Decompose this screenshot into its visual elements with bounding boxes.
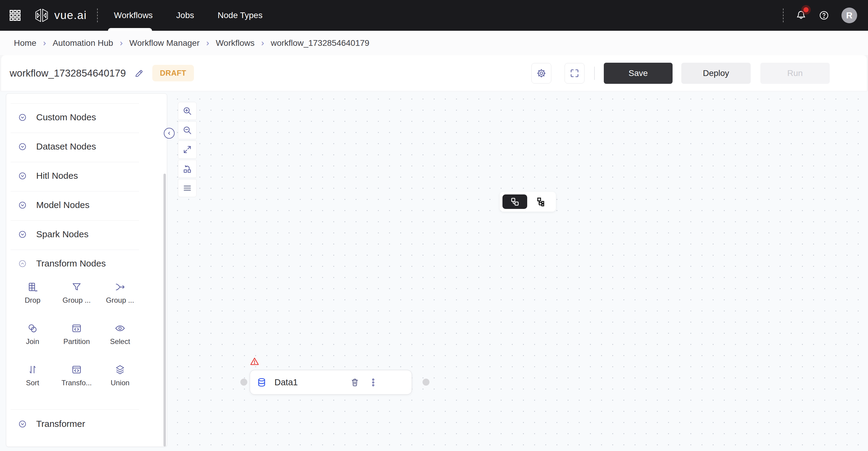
node-label: Data1 (275, 378, 298, 387)
auto-layout-icon (183, 164, 192, 174)
help-icon (818, 10, 829, 21)
sidebar-item-spark-nodes[interactable]: Spark Nodes (19, 226, 88, 242)
code-window-icon (71, 323, 82, 334)
table-minus-icon (27, 282, 38, 292)
top-nav: vue.ai Workflows Jobs Node Types R (0, 0, 868, 31)
fit-view-button[interactable] (178, 140, 197, 159)
palette-node-union[interactable]: Union (99, 364, 141, 398)
deploy-button[interactable]: Deploy (681, 63, 751, 84)
vue-ai-logo-icon (34, 7, 50, 23)
workflow-settings-button[interactable] (531, 63, 551, 84)
tab-jobs[interactable]: Jobs (176, 10, 194, 20)
notification-dot (803, 7, 809, 12)
sidebar-item-custom-nodes[interactable]: Custom Nodes (19, 109, 96, 125)
divider (10, 162, 139, 162)
sidebar-item-model-nodes[interactable]: Model Nodes (19, 197, 90, 213)
palette-node-filter[interactable]: Group ... (56, 282, 98, 315)
divider (10, 103, 139, 104)
palette-node-group[interactable]: Group ... (99, 282, 141, 315)
chevron-down-circle-icon (19, 201, 27, 209)
kebab-menu-icon (369, 378, 378, 387)
eye-icon (115, 323, 125, 334)
sort-arrows-icon (27, 364, 38, 375)
chevron-down-circle-icon (19, 172, 27, 180)
auto-layout-button[interactable] (178, 160, 197, 178)
palette-node-partition[interactable]: Partition (56, 323, 98, 357)
breadcrumb-automation-hub[interactable]: Automation Hub (53, 38, 113, 48)
actions-divider (594, 67, 595, 80)
sidebar-scrollbar[interactable] (163, 174, 166, 447)
node-input-port[interactable] (240, 379, 247, 386)
nav-right-cluster: R (783, 7, 857, 23)
workflow-title-bar: workflow_1732854640179 DRAFT Save Deploy… (1, 55, 867, 91)
tree-view-button[interactable] (528, 194, 553, 209)
notifications-button[interactable] (796, 10, 806, 21)
sidebar-item-transformer[interactable]: Transformer (19, 416, 85, 432)
help-button[interactable] (818, 10, 829, 21)
breadcrumb-workflows[interactable]: Workflows (216, 38, 254, 48)
merge-arrow-icon (115, 282, 125, 292)
palette-node-join[interactable]: Join (11, 323, 54, 357)
divider (10, 250, 139, 250)
chevron-down-circle-icon (19, 114, 27, 122)
zoom-out-button[interactable] (178, 121, 197, 139)
breadcrumb-current: workflow_1732854640179 (271, 38, 369, 48)
breadcrumb-workflow-manager[interactable]: Workflow Manager (129, 38, 200, 48)
tab-workflows[interactable]: Workflows (114, 10, 153, 20)
group-label: Group ... (62, 296, 91, 304)
breadcrumb-home[interactable]: Home (14, 38, 36, 48)
gear-icon (536, 68, 547, 78)
code-window-icon (71, 364, 82, 375)
save-button[interactable]: Save (604, 63, 673, 84)
chevron-left-icon (166, 130, 173, 136)
sidebar-item-transform-nodes[interactable]: Transform Nodes (19, 256, 106, 271)
divider (10, 409, 139, 410)
divider (10, 220, 139, 221)
sidebar-item-dataset-nodes[interactable]: Dataset Nodes (19, 139, 96, 154)
brand-logo[interactable]: vue.ai (34, 7, 87, 23)
run-button[interactable]: Run (760, 63, 830, 84)
sidebar-item-hitl-nodes[interactable]: Hitl Nodes (19, 168, 78, 184)
node-data1[interactable]: Data1 (250, 370, 412, 395)
status-badge: DRAFT (152, 65, 194, 82)
node-more-options-button[interactable] (369, 378, 378, 387)
node-warning-icon (250, 357, 259, 366)
node-palette-sidebar: Custom Nodes Dataset Nodes Hitl Nodes Mo… (6, 93, 167, 447)
chevron-up-circle-icon (19, 260, 27, 268)
chevron-down-circle-icon (19, 230, 27, 238)
zoom-in-icon (183, 106, 192, 116)
avatar[interactable]: R (841, 7, 857, 23)
tab-node-types[interactable]: Node Types (218, 10, 263, 20)
canvas-menu-button[interactable] (178, 179, 197, 197)
palette-node-sort[interactable]: Sort (11, 364, 54, 398)
sidebar-collapse-button[interactable] (164, 128, 175, 139)
zoom-out-icon (183, 125, 192, 135)
pencil-icon (134, 68, 144, 78)
flow-view-button[interactable] (502, 194, 527, 209)
menu-icon (183, 183, 192, 193)
chevron-down-circle-icon (19, 142, 27, 151)
nav-divider (97, 8, 98, 22)
active-tab-indicator (108, 28, 152, 31)
trash-icon (350, 378, 360, 387)
fullscreen-button[interactable] (565, 63, 585, 84)
fullscreen-icon (569, 68, 580, 78)
edit-title-button[interactable] (134, 68, 144, 78)
breadcrumb-separator: › (120, 38, 123, 48)
node-output-port[interactable] (423, 379, 430, 386)
breadcrumb-separator: › (43, 38, 46, 48)
delete-node-button[interactable] (350, 378, 360, 387)
palette-node-transform[interactable]: Transfo... (56, 364, 98, 398)
palette-node-drop[interactable]: Drop (11, 282, 54, 315)
divider (10, 133, 139, 133)
chevron-down-circle-icon (19, 420, 27, 428)
palette-node-select[interactable]: Select (99, 323, 141, 357)
breadcrumb-separator: › (206, 38, 209, 48)
layers-icon (115, 364, 125, 375)
divider (10, 191, 139, 191)
view-mode-toggle (500, 192, 556, 212)
page-title: workflow_1732854640179 (10, 67, 126, 79)
zoom-in-button[interactable] (178, 102, 197, 120)
app-launcher-icon[interactable] (8, 9, 22, 22)
nav-tabs: Workflows Jobs Node Types (114, 10, 263, 20)
